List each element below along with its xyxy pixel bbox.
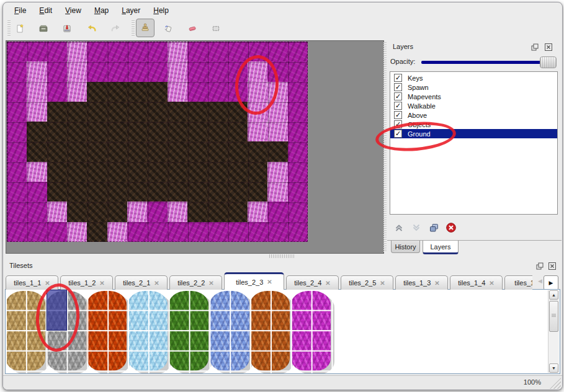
map-tile-magenta-ground[interactable] bbox=[127, 42, 147, 61]
delete-layer-button[interactable] bbox=[445, 221, 457, 233]
map-tile-pink-tree[interactable] bbox=[168, 82, 187, 102]
map-tile-dark-rock[interactable] bbox=[27, 122, 47, 141]
map-tile-dark-rock[interactable] bbox=[147, 141, 167, 161]
map-tile-magenta-ground[interactable] bbox=[288, 141, 308, 161]
tileset-tree-green[interactable] bbox=[169, 291, 208, 371]
menu-item-help[interactable]: Help bbox=[147, 4, 176, 16]
map-tile-pink-tree[interactable] bbox=[248, 61, 267, 81]
float-panel-icon[interactable] bbox=[535, 262, 544, 270]
map-tile-magenta-ground[interactable] bbox=[207, 61, 227, 81]
map-tile-magenta-ground[interactable] bbox=[7, 182, 27, 202]
map-tile-dark-rock[interactable] bbox=[228, 162, 248, 182]
map-tile-dark-rock[interactable] bbox=[147, 82, 167, 102]
layer-visibility-checkbox[interactable]: ✓ bbox=[394, 74, 402, 82]
undo-button[interactable] bbox=[83, 20, 101, 37]
map-tile-magenta-ground[interactable] bbox=[267, 202, 287, 221]
map-tile-magenta-ground[interactable] bbox=[267, 222, 287, 242]
map-tile-dark-rock[interactable] bbox=[47, 162, 67, 182]
map-tile-magenta-ground[interactable] bbox=[228, 82, 248, 102]
resize-grip[interactable] bbox=[550, 378, 561, 389]
map-tile-magenta-ground[interactable] bbox=[7, 82, 27, 102]
map-tile-magenta-ground[interactable] bbox=[288, 122, 308, 141]
map-tile-magenta-ground[interactable] bbox=[7, 102, 27, 122]
map-tile-magenta-ground[interactable] bbox=[207, 42, 227, 61]
map-tile-dark-rock[interactable] bbox=[127, 141, 147, 161]
map-tile-magenta-ground[interactable] bbox=[187, 42, 207, 61]
map-tile-dark-rock[interactable] bbox=[228, 122, 248, 141]
map-tile-pink-tree[interactable] bbox=[67, 61, 87, 81]
map-tile-dark-rock[interactable] bbox=[127, 162, 147, 182]
tileset-scrollbar[interactable]: ▲ ▼ bbox=[548, 290, 559, 373]
map-tile-pink-tree[interactable] bbox=[267, 182, 287, 202]
tab-close-icon[interactable]: ✕ bbox=[434, 280, 439, 287]
redo-button[interactable] bbox=[107, 20, 124, 37]
map-tile-dark-rock[interactable] bbox=[228, 182, 248, 202]
map-tile-pink-tree[interactable] bbox=[267, 82, 287, 102]
tab-close-icon[interactable]: ✕ bbox=[267, 278, 272, 285]
map-tile-magenta-ground[interactable] bbox=[187, 82, 207, 102]
map-tile-pink-tree[interactable] bbox=[27, 102, 47, 122]
map-tile-magenta-ground[interactable] bbox=[127, 222, 147, 242]
map-tile-dark-rock[interactable] bbox=[187, 182, 207, 202]
map-tile-magenta-ground[interactable] bbox=[147, 42, 167, 61]
dock-tab-history[interactable]: History bbox=[391, 241, 420, 253]
map-tile-dark-rock[interactable] bbox=[187, 141, 207, 161]
map-tile-pink-tree[interactable] bbox=[168, 202, 187, 221]
map-tile-dark-rock[interactable] bbox=[168, 102, 187, 122]
tab-close-icon[interactable]: ✕ bbox=[208, 280, 213, 287]
tileset-tree-ice-blue[interactable] bbox=[128, 291, 168, 371]
map-tile-dark-rock[interactable] bbox=[67, 122, 87, 141]
stamp-tool-button[interactable] bbox=[136, 19, 154, 37]
map-tile-dark-rock[interactable] bbox=[168, 162, 187, 182]
map-tile-magenta-ground[interactable] bbox=[288, 61, 308, 81]
map-tile-dark-rock[interactable] bbox=[147, 122, 167, 141]
layer-row-walkable[interactable]: ✓Walkable bbox=[390, 101, 557, 110]
map-tile-dark-rock[interactable] bbox=[67, 102, 87, 122]
layer-row-objects[interactable]: ✓Objects bbox=[390, 120, 557, 129]
map-tile-dark-rock[interactable] bbox=[87, 82, 107, 102]
map-tile-magenta-ground[interactable] bbox=[168, 222, 187, 242]
tab-close-icon[interactable]: ✕ bbox=[380, 280, 385, 287]
map-tile-magenta-ground[interactable] bbox=[47, 61, 67, 81]
map-tile-dark-rock[interactable] bbox=[107, 141, 127, 161]
save-button[interactable] bbox=[58, 20, 76, 37]
tab-close-icon[interactable]: ✕ bbox=[45, 280, 50, 287]
menu-item-view[interactable]: View bbox=[59, 4, 88, 16]
tileset-tab-tiles_2_2[interactable]: tiles_2_2✕ bbox=[169, 275, 222, 290]
map-tile-dark-rock[interactable] bbox=[228, 141, 248, 161]
new-file-button[interactable] bbox=[11, 20, 29, 37]
map-tile-magenta-ground[interactable] bbox=[228, 61, 248, 81]
map-tile-pink-tree[interactable] bbox=[27, 61, 47, 81]
fill-tool-button[interactable] bbox=[160, 20, 177, 37]
map-tile-magenta-ground[interactable] bbox=[288, 162, 308, 182]
map-tile-pink-tree[interactable] bbox=[248, 122, 267, 141]
map-tile-magenta-ground[interactable] bbox=[7, 141, 27, 161]
map-tile-pink-tree[interactable] bbox=[168, 42, 187, 61]
duplicate-layer-button[interactable] bbox=[427, 221, 439, 233]
tileset-tab-tiles_1_4[interactable]: tiles_1_4✕ bbox=[450, 275, 503, 290]
tileset-tree-magenta[interactable] bbox=[291, 291, 331, 371]
map-tile-dark-rock[interactable] bbox=[207, 162, 227, 182]
map-tile-magenta-ground[interactable] bbox=[27, 182, 47, 202]
toolbar-gripper[interactable] bbox=[7, 20, 11, 37]
map-tile-magenta-ground[interactable] bbox=[87, 61, 107, 81]
map-tile-magenta-ground[interactable] bbox=[7, 202, 27, 221]
tileset-tab-tiles_1_1[interactable]: tiles_1_1✕ bbox=[6, 275, 58, 290]
map-tile-magenta-ground[interactable] bbox=[27, 42, 47, 61]
map-tile-magenta-ground[interactable] bbox=[187, 222, 207, 242]
map-tile-magenta-ground[interactable] bbox=[127, 61, 147, 81]
map-tile-dark-rock[interactable] bbox=[107, 122, 127, 141]
tab-close-icon[interactable]: ✕ bbox=[325, 280, 330, 287]
map-tile-magenta-ground[interactable] bbox=[47, 222, 67, 242]
map-tile-magenta-ground[interactable] bbox=[147, 222, 167, 242]
map-tile-magenta-ground[interactable] bbox=[228, 222, 248, 242]
map-tile-magenta-ground[interactable] bbox=[288, 102, 308, 122]
map-tile-pink-tree[interactable] bbox=[248, 202, 267, 221]
map-tile-dark-rock[interactable] bbox=[127, 122, 147, 141]
map-tile-dark-rock[interactable] bbox=[228, 202, 248, 221]
map-tile-magenta-ground[interactable] bbox=[47, 82, 67, 102]
map-tile-magenta-ground[interactable] bbox=[27, 222, 47, 242]
map-tile-magenta-ground[interactable] bbox=[7, 122, 27, 141]
map-tile-magenta-ground[interactable] bbox=[7, 162, 27, 182]
menu-item-edit[interactable]: Edit bbox=[33, 4, 59, 16]
